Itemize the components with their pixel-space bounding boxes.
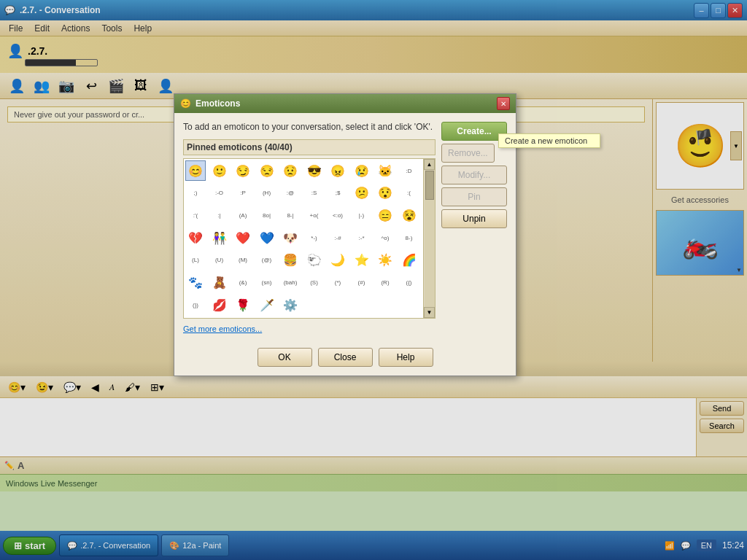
emoticon-cell-24[interactable]: 8o| [257, 205, 277, 225]
emoticon-cell-37[interactable]: :-# [328, 228, 348, 248]
dialog-close-button[interactable]: ✕ [497, 97, 510, 110]
emoticon-cell-7[interactable]: 😢 [352, 160, 372, 181]
modify-button[interactable]: Modify... [441, 166, 507, 184]
emoticon-cell-8[interactable]: 🐱 [375, 160, 395, 181]
scroll-up-button[interactable]: ▲ [424, 159, 435, 170]
emoticon-cell-34[interactable]: 💙 [257, 228, 277, 248]
emoticon-cell-42[interactable]: (U) [209, 250, 230, 271]
emoticon-cell-29[interactable]: 😑 [375, 205, 395, 225]
emoticon-cell-20[interactable]: :( [399, 183, 419, 203]
emoticon-cell-45[interactable]: 🍔 [280, 250, 301, 271]
emoticon-cell-46[interactable]: 🐑 [304, 250, 325, 271]
get-more-link[interactable]: Get more emoticons... [183, 324, 436, 333]
dialog-buttons: OK Close Help [174, 342, 516, 376]
emoticon-cell-25[interactable]: 8-| [280, 205, 301, 225]
dialog-title-bar: 😊 Emoticons ✕ [174, 94, 516, 113]
emoticon-cell-57[interactable]: (*) [328, 273, 348, 293]
close-dialog-button[interactable]: Close [318, 348, 373, 367]
emoticon-cell-39[interactable]: ^o) [375, 228, 395, 248]
emoticon-cell-30[interactable]: 😵 [399, 205, 419, 225]
emoticon-cell-43[interactable]: (M) [233, 250, 253, 271]
create-button[interactable]: Create... [441, 122, 507, 141]
unpin-button[interactable]: Unpin [441, 209, 507, 228]
emoticon-cell-35[interactable]: 🐶 [280, 228, 301, 248]
emoticon-cell-52[interactable]: 🧸 [209, 273, 230, 293]
modal-overlay: 😊 Emoticons ✕ To add an emoticon to your… [0, 0, 747, 560]
emoticon-grid: 😊 🙂 😏 😒 😟 😎 😠 😢 🐱 :D ;) [184, 159, 423, 318]
emoticon-cell-2[interactable]: 😏 [233, 160, 253, 181]
emoticon-cell-33[interactable]: ❤️ [233, 228, 253, 248]
emoticon-cell-61[interactable]: (}) [185, 295, 206, 315]
emoticon-cell-21[interactable]: :'( [185, 205, 206, 225]
emoticon-cell-1[interactable]: 🙂 [209, 160, 230, 181]
emoticon-cell-3[interactable]: 😒 [257, 160, 277, 181]
emoticon-cell-13[interactable]: :P [233, 183, 253, 203]
emoticon-cell-64[interactable]: 🗡️ [257, 295, 277, 315]
emoticon-cell-26[interactable]: +o( [304, 205, 325, 225]
emoticon-cell-4[interactable]: 😟 [280, 160, 301, 181]
emoticon-cell-5[interactable]: 😎 [304, 160, 325, 181]
emoticon-cell-11[interactable]: ;) [185, 183, 206, 203]
emoticon-cell-27[interactable]: <:o) [328, 205, 348, 225]
dialog-title: Emoticons [196, 98, 240, 109]
dialog-instruction: To add an emoticon to your conversation,… [183, 122, 436, 132]
emoticon-cell-50[interactable]: 🌈 [399, 250, 419, 271]
grid-scrollbar: ▲ ▼ [423, 159, 435, 318]
emoticon-cell-12[interactable]: :-O [209, 183, 230, 203]
emoticon-cell-54[interactable]: (sn) [257, 273, 277, 293]
emoticon-cell-19[interactable]: 😯 [375, 183, 395, 203]
emoticons-dialog: 😊 Emoticons ✕ To add an emoticon to your… [174, 93, 516, 376]
emoticon-cell-28[interactable]: |-) [352, 205, 372, 225]
dialog-body: To add an emoticon to your conversation,… [174, 113, 516, 342]
emoticon-grid-container: 😊 🙂 😏 😒 😟 😎 😠 😢 🐱 :D ;) [183, 158, 436, 319]
emoticon-cell-47[interactable]: 🌙 [328, 250, 348, 271]
emoticon-cell-49[interactable]: ☀️ [375, 250, 395, 271]
remove-button[interactable]: Remove... [441, 144, 495, 163]
emoticon-cell-56[interactable]: (S) [304, 273, 325, 293]
emoticon-cell-17[interactable]: ;$ [328, 183, 348, 203]
emoticon-cell-40[interactable]: 8-) [399, 228, 419, 248]
emoticon-cell-65[interactable]: ⚙️ [280, 295, 301, 315]
emoticon-cell-48[interactable]: ⭐ [352, 250, 372, 271]
ok-button[interactable]: OK [258, 348, 312, 367]
emoticon-cell-58[interactable]: (#) [352, 273, 372, 293]
pin-button[interactable]: Pin [441, 187, 507, 206]
emoticon-cell-23[interactable]: (A) [233, 205, 253, 225]
emoticon-cell-44[interactable]: (@) [257, 250, 277, 271]
emoticon-cell-16[interactable]: :S [304, 183, 325, 203]
dialog-left: To add an emoticon to your conversation,… [183, 122, 436, 333]
scrollbar-track [425, 170, 435, 307]
emoticon-cell-60[interactable]: ({) [399, 273, 419, 293]
create-tooltip: Create a new emoticon [498, 133, 600, 148]
emoticon-cell-6[interactable]: 😠 [328, 160, 348, 181]
emoticon-cell-15[interactable]: :@ [280, 183, 301, 203]
main-window: 💬 .2.7. - Conversation – □ ✕ File Edit A… [0, 0, 747, 560]
emoticon-cell-36[interactable]: *-) [304, 228, 325, 248]
emoticon-cell-18[interactable]: 😕 [352, 183, 372, 203]
emoticon-cell-63[interactable]: 🌹 [233, 295, 253, 315]
emoticon-cell-62[interactable]: 💋 [209, 295, 230, 315]
emoticon-cell-55[interactable]: (bah) [280, 273, 301, 293]
emoticon-cell-51[interactable]: 🐾 [185, 273, 206, 293]
dialog-right-actions: Create... Remove... Create a new emotico… [441, 122, 507, 333]
emoticon-cell-0[interactable]: 😊 [185, 160, 206, 181]
emoticon-cell-38[interactable]: :-* [352, 228, 372, 248]
dialog-title-icon: 😊 [180, 98, 191, 109]
emoticon-cell-59[interactable]: (R) [375, 273, 395, 293]
emoticon-cell-10[interactable]: :D [399, 160, 419, 181]
emoticon-cell-22[interactable]: :| [209, 205, 230, 225]
pinned-header: Pinned emoticons (40/40) [183, 139, 436, 155]
emoticon-cell-32[interactable]: 👫 [209, 228, 230, 248]
emoticon-cell-14[interactable]: (H) [257, 183, 277, 203]
emoticon-cell-31[interactable]: 💔 [185, 228, 206, 248]
emoticon-cell-53[interactable]: (&) [233, 273, 253, 293]
emoticon-cell-41[interactable]: (L) [185, 250, 206, 271]
scrollbar-thumb[interactable] [425, 171, 434, 200]
help-button[interactable]: Help [379, 348, 433, 367]
scroll-down-button[interactable]: ▼ [424, 307, 435, 318]
